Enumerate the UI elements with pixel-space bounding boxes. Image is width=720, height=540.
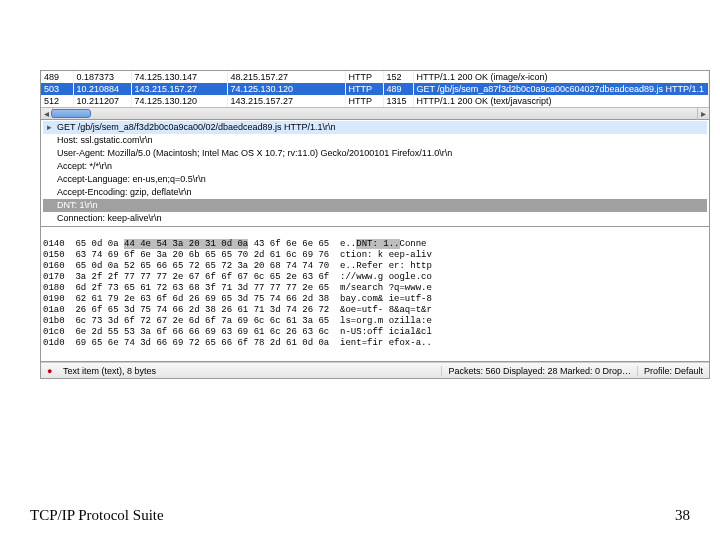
detail-text: DNT: 1\r\n — [57, 200, 98, 210]
detail-acceptenc-line[interactable]: Accept-Encoding: gzip, deflate\r\n — [43, 186, 707, 199]
status-bar: ● Text item (text), 8 bytes Packets: 560… — [41, 362, 709, 378]
packet-bytes-pane[interactable]: 0140 65 0d 0a 44 4e 54 3a 20 31 0d 0a 43… — [41, 227, 709, 362]
scroll-right-icon[interactable]: ▸ — [697, 108, 709, 120]
hex-line: 0190 62 61 79 2e 63 6f 6d 26 69 65 3d 75… — [43, 294, 432, 304]
col-time: 0.187373 — [73, 71, 131, 83]
col-source: 143.215.157.27 — [131, 83, 227, 95]
slide-page-number: 38 — [675, 507, 690, 524]
col-protocol: HTTP — [345, 71, 383, 83]
col-length: 489 — [383, 83, 413, 95]
packet-list-pane: 489 0.187373 74.125.130.147 48.215.157.2… — [41, 71, 709, 120]
packet-row[interactable]: 512 10.211207 74.125.130.120 143.215.157… — [41, 95, 709, 107]
hex-line: 01b0 6c 73 3d 6f 72 67 2e 6d 6f 7a 69 6c… — [43, 316, 432, 326]
hex-line: 0150 63 74 69 6f 6e 3a 20 6b 65 65 70 2d… — [43, 250, 432, 260]
packet-row-selected[interactable]: 503 10.210884 143.215.157.27 74.125.130.… — [41, 83, 709, 95]
detail-text: Accept-Language: en-us,en;q=0.5\r\n — [57, 174, 206, 184]
col-destination: 48.215.157.27 — [227, 71, 345, 83]
detail-accept-line[interactable]: Accept: */*\r\n — [43, 160, 707, 173]
col-no: 503 — [41, 83, 73, 95]
status-profile[interactable]: Profile: Default — [638, 366, 709, 376]
detail-text: Host: ssl.gstatic.com\r\n — [57, 135, 153, 145]
col-time: 10.210884 — [73, 83, 131, 95]
hex-line: 0180 6d 2f 73 65 61 72 63 68 3f 71 3d 77… — [43, 283, 432, 293]
col-protocol: HTTP — [345, 83, 383, 95]
wireshark-window: 489 0.187373 74.125.130.147 48.215.157.2… — [40, 70, 710, 379]
hex-line: 01d0 69 65 6e 74 3d 66 69 72 65 66 6f 78… — [43, 338, 432, 348]
expand-toggle-icon[interactable]: ▸ — [43, 121, 55, 134]
detail-get-line[interactable]: ▸GET /gb/js/sem_a8/f3d2b0c0a9ca00/02/dba… — [43, 121, 707, 134]
ascii-highlight: DNT: 1.. — [356, 239, 399, 249]
expert-info-icon[interactable]: ● — [41, 366, 57, 376]
hex-line: 01a0 26 6f 65 3d 75 74 66 2d 38 26 61 71… — [43, 305, 432, 315]
detail-connection-line[interactable]: Connection: keep-alive\r\n — [43, 212, 707, 225]
detail-host-line[interactable]: Host: ssl.gstatic.com\r\n — [43, 134, 707, 147]
status-left: Text item (text), 8 bytes — [57, 366, 442, 376]
hex-line: 0170 3a 2f 2f 77 77 77 2e 67 6f 6f 67 6c… — [43, 272, 432, 282]
detail-acceptlang-line[interactable]: Accept-Language: en-us,en;q=0.5\r\n — [43, 173, 707, 186]
col-info: GET /gb/js/sem_a87f3d2b0c0a9ca00c604027d… — [413, 83, 709, 95]
slide-footer: TCP/IP Protocol Suite 38 — [30, 507, 690, 524]
packet-table: 489 0.187373 74.125.130.147 48.215.157.2… — [41, 71, 709, 107]
col-source: 74.125.130.120 — [131, 95, 227, 107]
col-destination: 74.125.130.120 — [227, 83, 345, 95]
detail-text: User-Agent: Mozilla/5.0 (Macintosh; Inte… — [57, 148, 452, 158]
hex-highlight: 44 4e 54 3a 20 31 0d 0a — [124, 239, 248, 249]
col-protocol: HTTP — [345, 95, 383, 107]
packet-row[interactable]: 489 0.187373 74.125.130.147 48.215.157.2… — [41, 71, 709, 83]
detail-text: Connection: keep-alive\r\n — [57, 213, 162, 223]
status-packets: Packets: 560 Displayed: 28 Marked: 0 Dro… — [442, 366, 638, 376]
detail-text: GET /gb/js/sem_a8/f3d2b0c0a9ca00/02/dbae… — [57, 122, 336, 132]
packet-details-pane: ▸GET /gb/js/sem_a8/f3d2b0c0a9ca00/02/dba… — [41, 120, 709, 227]
detail-text: Accept: */*\r\n — [57, 161, 112, 171]
col-destination: 143.215.157.27 — [227, 95, 345, 107]
slide-title: TCP/IP Protocol Suite — [30, 507, 164, 524]
hex-line: 0160 65 0d 0a 52 65 66 65 72 65 72 3a 20… — [43, 261, 432, 271]
col-length: 1315 — [383, 95, 413, 107]
packet-list-hscrollbar[interactable]: ◂ ▸ — [41, 107, 709, 119]
col-no: 489 — [41, 71, 73, 83]
detail-ua-line[interactable]: User-Agent: Mozilla/5.0 (Macintosh; Inte… — [43, 147, 707, 160]
col-info: HTTP/1.1 200 OK (image/x-icon) — [413, 71, 709, 83]
detail-text: Accept-Encoding: gzip, deflate\r\n — [57, 187, 192, 197]
col-source: 74.125.130.147 — [131, 71, 227, 83]
col-time: 10.211207 — [73, 95, 131, 107]
detail-dnt-line-selected[interactable]: DNT: 1\r\n — [43, 199, 707, 212]
hex-line: 0140 65 0d 0a 44 4e 54 3a 20 31 0d 0a 43… — [43, 239, 427, 249]
col-info: HTTP/1.1 200 OK (text/javascript) — [413, 95, 709, 107]
hex-line: 01c0 6e 2d 55 53 3a 6f 66 66 69 63 69 61… — [43, 327, 432, 337]
col-length: 152 — [383, 71, 413, 83]
scroll-thumb[interactable] — [51, 109, 91, 118]
col-no: 512 — [41, 95, 73, 107]
